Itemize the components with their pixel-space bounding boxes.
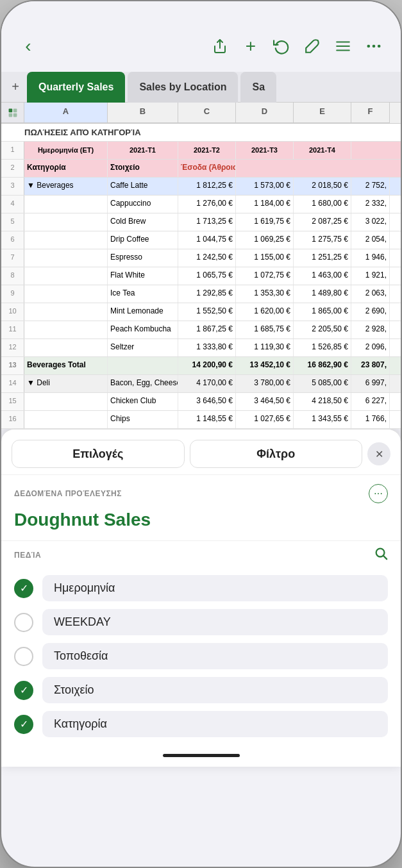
cell[interactable]: 1 552,50 € [178,303,236,321]
cell[interactable]: Mint Lemonade [108,303,178,321]
field-checkbox[interactable]: ✓ [14,681,33,700]
cell[interactable]: 1 865,00 € [294,303,351,321]
cell[interactable]: 1 685,75 € [236,321,294,338]
col-header-a[interactable]: A [24,103,108,123]
cell[interactable]: Cold Brew [108,213,178,231]
cell[interactable]: Cappuccino [108,196,178,213]
fields-search-button[interactable] [374,546,388,563]
table-row[interactable]: 15Chicken Club3 646,50 €3 464,50 €4 218,… [1,393,401,411]
cell[interactable]: 16 862,90 € [294,357,351,374]
cell[interactable] [24,213,108,231]
cell[interactable]: 1 343,55 € [294,411,351,428]
table-row[interactable]: 16Chips1 148,55 €1 027,65 €1 343,55 €1 7… [1,411,401,429]
cell[interactable] [24,303,108,321]
cell[interactable]: 3 780,00 € [236,375,294,392]
cell[interactable]: 2 096, [351,339,390,356]
cell[interactable]: 1 072,75 € [236,267,294,285]
field-item[interactable]: ✓Ημερομηνία [14,575,388,601]
add-sheet-button[interactable]: + [4,76,27,99]
field-item[interactable]: ✓Κατηγορία [14,711,388,737]
cell[interactable]: 2 087,25 € [294,213,351,231]
cell[interactable]: ▼ Deli [24,375,108,392]
cell[interactable]: 1 119,30 € [236,339,294,356]
cell[interactable]: Chips [108,411,178,428]
cell[interactable]: 1 867,25 € [178,321,236,338]
undo-button[interactable] [267,32,296,60]
cell[interactable]: 23 807, [351,357,390,374]
cell[interactable]: 6 227, [351,393,390,410]
cell[interactable]: 4 218,50 € [294,393,351,410]
brush-button[interactable] [298,32,326,60]
cell[interactable]: 1 027,65 € [236,411,294,428]
cell[interactable]: 2 063, [351,285,390,303]
cell[interactable]: 1 155,00 € [236,249,294,267]
cell[interactable]: 3 022, [351,213,390,231]
table-row[interactable]: 5Cold Brew1 713,25 €1 619,75 €2 087,25 €… [1,213,401,231]
cell[interactable]: 1 812,25 € [178,178,236,195]
table-row[interactable]: 8Flat White1 065,75 €1 072,75 €1 463,00 … [1,267,401,285]
cell[interactable]: 5 085,00 € [294,375,351,392]
col-header-d[interactable]: D [236,103,294,123]
field-item[interactable]: ✓Στοιχείο [14,677,388,703]
cell[interactable]: 1 489,80 € [294,285,351,303]
cell[interactable]: 1 619,75 € [236,213,294,231]
cell[interactable]: 1 184,00 € [236,196,294,213]
cell[interactable]: 2 690, [351,303,390,321]
table-row[interactable]: 3▼ BeveragesCaffe Latte1 812,25 €1 573,0… [1,178,401,196]
cell[interactable]: 1 946, [351,249,390,267]
tab-sales-by-location[interactable]: Sales by Location [128,72,238,103]
field-item[interactable]: WEEKDAY [14,609,388,635]
cell[interactable]: 1 242,50 € [178,249,236,267]
tab-partial[interactable]: Sa [240,72,276,103]
cell[interactable]: 14 200,90 € [178,357,236,374]
cell[interactable] [24,196,108,213]
panel-tab-filter[interactable]: Φίλτρο [190,440,363,468]
cell[interactable] [108,357,178,374]
cell[interactable]: 1 353,30 € [236,285,294,303]
cell[interactable]: 2 018,50 € [294,178,351,195]
cell[interactable]: 1 713,25 € [178,213,236,231]
cell[interactable]: 3 646,50 € [178,393,236,410]
field-checkbox[interactable]: ✓ [14,579,33,598]
cell[interactable]: 1 680,00 € [294,196,351,213]
cell[interactable] [24,411,108,428]
cell[interactable] [24,321,108,338]
cell[interactable]: 2 054, [351,231,390,249]
cell[interactable] [24,339,108,356]
cell[interactable]: 1 573,00 € [236,178,294,195]
field-item[interactable]: Τοποθεσία [14,643,388,669]
cell[interactable] [24,249,108,267]
table-row[interactable]: 12Seltzer1 333,80 €1 119,30 €1 526,85 €2… [1,339,401,357]
cell[interactable]: 1 044,75 € [178,231,236,249]
cell[interactable] [24,231,108,249]
col-header-e[interactable]: E [294,103,351,123]
cell[interactable]: 1 148,55 € [178,411,236,428]
field-checkbox[interactable] [14,647,33,666]
back-button[interactable]: ‹ [14,32,42,60]
cell[interactable]: Bacon, Egg, Cheese [108,375,178,392]
cell[interactable] [24,267,108,285]
field-checkbox[interactable]: ✓ [14,715,33,734]
menu-button[interactable] [329,32,357,60]
panel-close-button[interactable]: ✕ [367,442,390,465]
freeze-icon[interactable] [1,103,24,123]
cell[interactable]: 1 251,25 € [294,249,351,267]
cell[interactable]: Chicken Club [108,393,178,410]
cell[interactable]: 2 928, [351,321,390,338]
cell[interactable]: 1 620,00 € [236,303,294,321]
field-checkbox[interactable] [14,613,33,632]
more-button[interactable] [360,32,388,60]
cell[interactable] [24,393,108,410]
cell[interactable]: 4 170,00 € [178,375,236,392]
table-row[interactable]: 13Beverages Total14 200,90 €13 452,10 €1… [1,357,401,375]
panel-tab-options[interactable]: Επιλογές [12,440,185,468]
cell[interactable]: 2 332, [351,196,390,213]
cell[interactable]: Caffe Latte [108,178,178,195]
source-more-button[interactable]: ⋯ [369,484,388,503]
cell[interactable]: Peach Kombucha [108,321,178,338]
cell[interactable]: 1 333,80 € [178,339,236,356]
cell[interactable]: 13 452,10 € [236,357,294,374]
table-row[interactable]: 9Ice Tea1 292,85 €1 353,30 €1 489,80 €2 … [1,285,401,303]
cell[interactable]: 1 275,75 € [294,231,351,249]
add-button[interactable]: + [237,32,265,60]
